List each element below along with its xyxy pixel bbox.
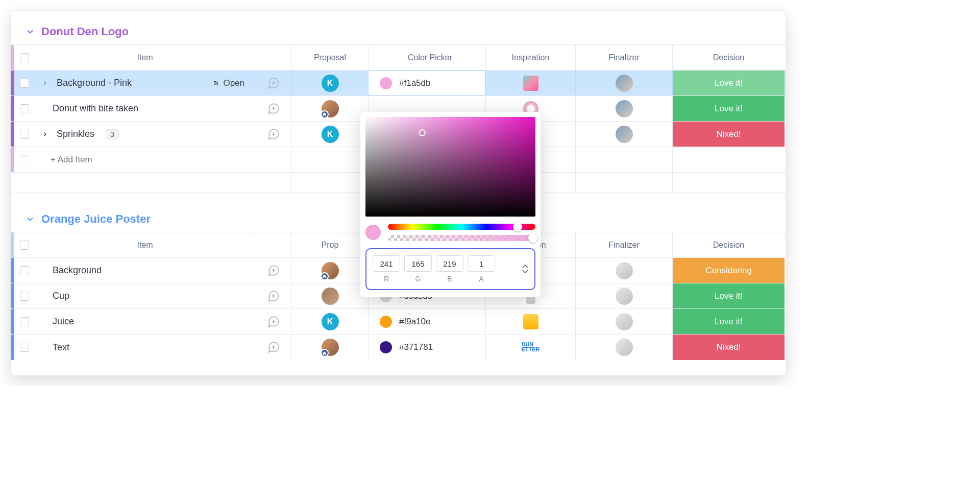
color-swatch [380, 77, 392, 89]
finalizer-cell[interactable] [575, 309, 672, 334]
alpha-knob[interactable] [528, 233, 537, 243]
proposal-cell[interactable]: K [291, 70, 368, 96]
col-decision[interactable]: Decision [672, 45, 785, 70]
row-checkbox[interactable] [14, 122, 35, 147]
item-cell[interactable]: Cup [35, 283, 255, 308]
proposal-cell[interactable]: K [291, 309, 368, 334]
chevron-right-icon[interactable] [40, 131, 50, 138]
avatar [616, 339, 633, 356]
saturation-cursor[interactable] [419, 129, 426, 136]
decision-cell[interactable]: Love it! [672, 96, 785, 121]
finalizer-cell[interactable] [575, 283, 672, 308]
proposal-cell[interactable]: K [291, 122, 368, 147]
item-name: Cup [40, 291, 250, 301]
a-input[interactable]: 1 [468, 255, 495, 272]
color-hex: #f9a10e [399, 317, 430, 327]
g-input[interactable]: 165 [404, 255, 432, 272]
item-cell[interactable]: Text [35, 335, 255, 360]
proposal-cell[interactable] [291, 335, 368, 360]
conversation-cell[interactable] [255, 335, 291, 360]
finalizer-cell[interactable] [575, 122, 672, 147]
conversation-cell[interactable] [255, 283, 291, 308]
row-checkbox[interactable] [14, 96, 35, 121]
chevron-down-icon[interactable] [25, 27, 35, 37]
chat-add-icon [267, 77, 280, 90]
proposal-cell[interactable] [291, 96, 368, 121]
col-item[interactable]: Item [35, 45, 255, 70]
decision-cell[interactable]: Love it! [672, 70, 785, 96]
alpha-slider[interactable] [388, 235, 535, 241]
item-cell[interactable]: Donut with bite taken [35, 96, 255, 121]
decision-cell[interactable]: Nixed! [672, 335, 785, 360]
item-cell[interactable]: Background [35, 258, 255, 283]
avatar [322, 262, 339, 279]
decision-cell[interactable]: Love it! [672, 283, 785, 308]
conversation-cell[interactable] [255, 258, 291, 283]
row-checkbox[interactable] [14, 309, 35, 334]
select-all-checkbox[interactable] [14, 45, 35, 70]
chevron-down-icon [522, 270, 528, 274]
item-cell[interactable]: Background - Pink Open [35, 70, 255, 96]
group-header[interactable]: Donut Den Logo [11, 21, 786, 44]
color-picker-cell[interactable]: #f1a5db [368, 70, 485, 96]
group-title[interactable]: Donut Den Logo [41, 25, 129, 38]
table-row[interactable]: Text #371781 DUNETTER Nixed! [11, 335, 786, 360]
color-swatch [380, 341, 392, 353]
g-label: G [404, 275, 432, 283]
item-cell[interactable]: Sprinkles 3 [35, 122, 255, 147]
conversation-cell[interactable] [255, 70, 291, 96]
col-subitem [255, 45, 291, 70]
inspiration-cell[interactable]: DUNETTER [485, 335, 575, 360]
b-label: B [436, 275, 463, 283]
saturation-area[interactable] [365, 117, 535, 217]
select-all-checkbox[interactable] [14, 232, 35, 257]
row-checkbox[interactable] [14, 283, 35, 308]
col-proposal[interactable]: Proposal [291, 45, 368, 70]
avatar [616, 75, 633, 92]
item-cell[interactable]: Juice [35, 309, 255, 334]
hue-knob[interactable] [513, 222, 522, 231]
group-title[interactable]: Orange Juice Poster [41, 212, 151, 226]
inspiration-cell[interactable] [485, 70, 575, 96]
finalizer-cell[interactable] [575, 96, 672, 121]
table-row[interactable]: Juice K #f9a10e Love it! [11, 309, 786, 335]
col-finalizer[interactable]: Finalizer [575, 232, 672, 257]
proposal-cell[interactable] [291, 258, 368, 283]
b-input[interactable]: 219 [436, 255, 463, 272]
hue-slider[interactable] [388, 224, 535, 230]
color-picker-cell[interactable]: #371781 [368, 335, 485, 360]
col-color-picker[interactable]: Color Picker [368, 45, 485, 70]
format-toggle[interactable] [522, 265, 528, 274]
avatar [616, 126, 633, 143]
r-input[interactable]: 241 [373, 255, 400, 272]
open-button[interactable]: Open [212, 78, 250, 88]
finalizer-cell[interactable] [575, 70, 672, 96]
finalizer-cell[interactable] [575, 335, 672, 360]
row-checkbox[interactable] [14, 70, 35, 96]
col-item[interactable]: Item [35, 232, 255, 257]
decision-cell[interactable]: Love it! [672, 309, 785, 334]
finalizer-cell[interactable] [575, 258, 672, 283]
col-proposal[interactable]: Prop [291, 232, 368, 257]
proposal-cell[interactable] [291, 283, 368, 308]
chevron-down-icon[interactable] [25, 214, 35, 224]
col-decision[interactable]: Decision [672, 232, 785, 257]
col-finalizer[interactable]: Finalizer [575, 45, 672, 70]
color-swatch [380, 316, 392, 328]
color-picker-cell[interactable]: #f9a10e [368, 309, 485, 334]
board-canvas: Donut Den Logo Item Proposal Color Picke… [10, 10, 786, 376]
conversation-cell[interactable] [255, 96, 291, 121]
chevron-right-icon[interactable] [40, 80, 50, 87]
row-checkbox[interactable] [14, 258, 35, 283]
a-label: A [468, 275, 495, 283]
conversation-cell[interactable] [255, 122, 291, 147]
col-inspiration[interactable]: Inspiration [485, 45, 575, 70]
home-badge-icon [321, 110, 329, 118]
decision-cell[interactable]: Considering [672, 258, 785, 283]
table-row[interactable]: Background - Pink Open K #f1a5db Love it… [11, 70, 786, 96]
item-name: Text [40, 342, 250, 353]
decision-cell[interactable]: Nixed! [672, 122, 785, 147]
row-checkbox[interactable] [14, 335, 35, 360]
inspiration-cell[interactable] [485, 309, 575, 334]
conversation-cell[interactable] [255, 309, 291, 334]
